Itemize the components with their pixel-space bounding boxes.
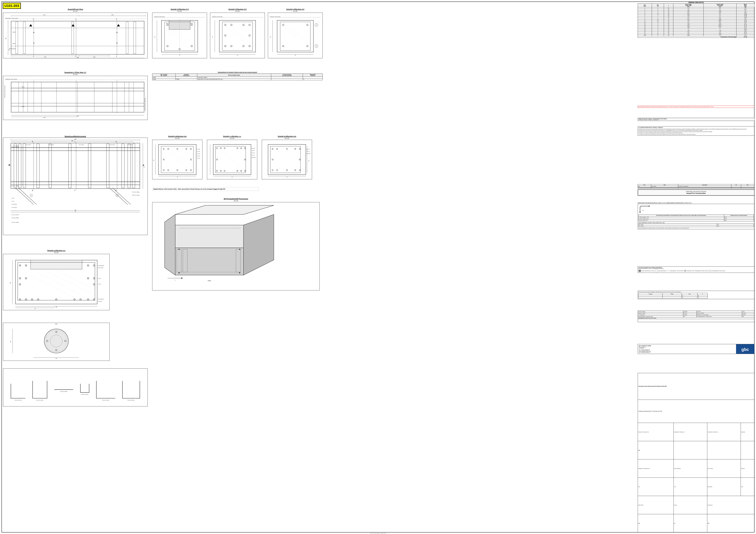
steel-row-9: 921123.8480.6471.91 <box>638 19 754 21</box>
rev-row-1: 100 04.12.2023 Issued For Construction <box>638 186 754 187</box>
svg-text:16 1 a 12.05: 16 1 a 12.05 <box>26 144 31 145</box>
steel-cell-17-1: 17 <box>638 32 652 33</box>
svg-rect-157 <box>128 144 130 188</box>
steel-cell-2-5: 9.2 <box>704 9 736 10</box>
svg-rect-16 <box>133 22 136 54</box>
svg-point-235 <box>224 170 225 172</box>
steel-cell-6-3: 20 <box>664 15 673 16</box>
formwork-icon <box>667 270 669 272</box>
svg-point-291 <box>19 283 21 285</box>
3d-perspective-area: 3D Perspektive/3D Perspective M 1:25 <box>152 198 320 305</box>
3d-perspective-title: 3D Perspektive/3D Perspective <box>152 198 320 200</box>
svg-point-238 <box>244 170 246 172</box>
svg-point-280 <box>31 299 33 300</box>
svg-text:18 7 a 12.05: 18 7 a 12.05 <box>128 144 132 145</box>
steel-row-18: 1817121.4424.4821.74 <box>638 33 754 35</box>
proj-exp-val: XC1 <box>683 316 696 317</box>
closed-stirrups-note-area: Bügelschlösser sind versetzt rechts - li… <box>152 187 259 191</box>
steel-cell-14-4: 2.95 <box>673 27 704 29</box>
total-label: Gesamtmasse Total mass [kg] <box>638 36 737 38</box>
steel-row-2: 22124.69.28.17 <box>638 9 754 10</box>
svg-point-322 <box>178 272 179 273</box>
cc-row-2: 20 30 <box>639 297 708 298</box>
svg-rect-273 <box>31 260 82 269</box>
svg-text:80: 80 <box>56 307 57 307</box>
steel-cell-1-1: 1 <box>638 7 652 9</box>
checked-label: Checked By / Geprüft von: <box>707 423 741 441</box>
section-44-scale: M 1:25 <box>268 11 323 12</box>
svg-text:3 a 12 (O.5): 3 a 12 (O.5) <box>14 146 18 146</box>
section-33-svg: Schwerpunkt / Center of gravity 40 80 <box>210 13 265 58</box>
checked-value <box>707 441 741 459</box>
general-notes-area: ALLGEMEINE BEMERKUNGEN / GENERAL COMMENT… <box>638 126 754 136</box>
svg-rect-251 <box>268 145 306 174</box>
steel-cell-4-5: 6.34 <box>704 12 736 13</box>
cc-2-4: 30 <box>697 297 708 298</box>
svg-rect-264 <box>270 146 300 173</box>
steel-cell-19-2: 2 <box>652 35 664 36</box>
parts-row-2: 09100 Pfeifer Anker M8.0.3 x27.5mm mit F… <box>152 78 323 80</box>
steel-cell-4-3: 12 <box>664 12 673 13</box>
svg-line-215 <box>158 145 196 174</box>
section-dd-svg: 40 ⑰2 a 14 ②2 a 12 ⑬ a 10:06 80 <box>262 140 312 179</box>
steel-total-row: Gesamtmasse Total mass [kg] 271.38 <box>638 36 754 38</box>
svg-text:2.47: 2.47 <box>43 14 45 15</box>
steel-cell-15-1: 15 <box>638 29 652 30</box>
svg-text:40: 40 <box>286 176 287 177</box>
svg-point-262 <box>272 159 273 160</box>
svg-marker-311 <box>175 225 243 248</box>
steel-row-15: 153143910.92 <box>638 29 754 30</box>
svg-text:b: b <box>32 190 33 191</box>
bend-cover-1: > 100 mm oder/or > 7ds <box>639 216 724 218</box>
material-4: Rau/Rough <box>684 270 691 272</box>
svg-rect-148 <box>14 144 16 188</box>
svg-text:18 7 a 12.05: 18 7 a 12.05 <box>79 144 84 145</box>
svg-text:⑰2 a 35: ⑰2 a 35 <box>252 148 255 149</box>
svg-point-261 <box>286 170 287 171</box>
svg-point-79 <box>243 45 244 47</box>
steel-cell-8-6: 1.67 <box>736 18 754 19</box>
svg-text:B: B <box>9 164 10 166</box>
svg-point-234 <box>220 170 222 172</box>
col-pos: Pos.Mark <box>638 4 652 7</box>
bend-diam-2: 15 ds <box>724 218 754 220</box>
steel-cell-19-6: 1.74 <box>736 35 754 36</box>
svg-rect-149 <box>18 144 21 188</box>
svg-text:Schwerpunkt / Center of gravit: Schwerpunkt / Center of gravity <box>212 16 223 17</box>
rebar-bend-1: 7 ds <box>717 224 754 225</box>
part-1-number: 09100 <box>152 77 176 78</box>
parts-row-1: 09100 Ankr Ø10 x 420mm <box>152 77 323 78</box>
svg-point-255 <box>299 148 300 150</box>
cc-1-1 <box>639 295 662 297</box>
steel-cell-14-1: 14 <box>638 27 652 29</box>
steel-cell-5-1: 5 <box>638 13 652 15</box>
page-info: H/B = 594 / 841 (3.50m) Allplan 2023 <box>370 533 386 534</box>
rev-e3-by <box>731 188 741 188</box>
svg-text:Schwerpunkt / Center of gravit: Schwerpunkt / Center of gravity <box>270 16 281 17</box>
concrete-label: Karton soweit nichts anderes angegeben /… <box>638 291 754 292</box>
bend-cover-2: > 50 mm und/and > 3ds <box>639 218 724 220</box>
svg-rect-350 <box>639 270 641 272</box>
steel-cell-10-3: 12 <box>664 21 673 22</box>
proj-ft-label: FT.-Component: <box>638 314 683 316</box>
svg-text:⑤2 a 12 L=227cm: ⑤2 a 12 L=227cm <box>102 400 109 401</box>
svg-text:80: 80 <box>5 38 6 39</box>
svg-text:40: 40 <box>295 55 296 56</box>
designed-label: Designed By / Design von: <box>673 423 707 441</box>
section-cc-title: Schnitt c-c/Section c-c <box>207 136 257 137</box>
steel-cell-15-6: 10.92 <box>736 29 754 30</box>
svg-point-213 <box>190 159 192 160</box>
structure-icon <box>638 270 641 272</box>
steel-cell-16-1: 16 <box>638 30 652 32</box>
drawn-label: Draw By / Gezeichnet von: <box>638 423 674 441</box>
steel-cell-5-4: 0.65 <box>673 13 704 15</box>
steel-cell-1-4: 4.3 <box>673 7 704 9</box>
total-value: 271.38 <box>736 36 754 38</box>
steel-list-title: Stabliste / Steel list (1x) <box>638 2 754 3</box>
svg-point-275 <box>25 265 27 266</box>
section-22-scale: M 1:25 <box>152 11 207 12</box>
built-in-parts-title: Einbauteilliste (je Fertigteil) / Built-… <box>152 71 323 73</box>
date-label: Date / Datum: <box>707 459 741 478</box>
cc-1-2 <box>662 295 682 297</box>
steel-cell-10-4: 2.4 <box>673 21 704 22</box>
